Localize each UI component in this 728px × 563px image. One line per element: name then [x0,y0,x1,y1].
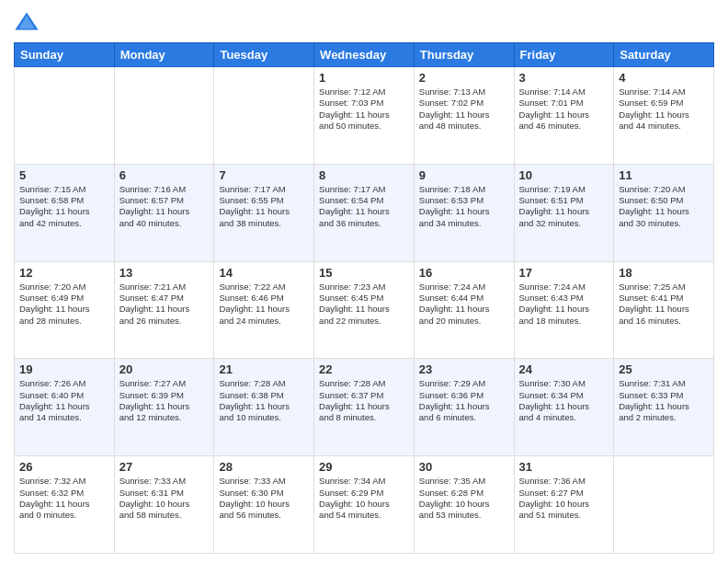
logo-icon [14,9,40,35]
table-row: 17Sunrise: 7:24 AM Sunset: 6:43 PM Dayli… [514,261,614,359]
day-number: 14 [219,266,309,280]
day-info: Sunrise: 7:18 AM Sunset: 6:53 PM Dayligh… [419,184,509,229]
day-info: Sunrise: 7:24 AM Sunset: 6:43 PM Dayligh… [519,282,609,327]
day-number: 12 [19,266,109,280]
day-number: 19 [19,362,109,376]
day-info: Sunrise: 7:12 AM Sunset: 7:03 PM Dayligh… [319,86,409,132]
table-row: 15Sunrise: 7:23 AM Sunset: 6:45 PM Dayli… [314,261,415,359]
calendar-week-row: 12Sunrise: 7:20 AM Sunset: 6:49 PM Dayli… [15,261,714,359]
table-row: 27Sunrise: 7:33 AM Sunset: 6:31 PM Dayli… [114,456,214,554]
table-row: 18Sunrise: 7:25 AM Sunset: 6:41 PM Dayli… [614,261,714,359]
day-number: 18 [619,266,709,280]
day-info: Sunrise: 7:25 AM Sunset: 6:41 PM Dayligh… [619,282,709,327]
day-info: Sunrise: 7:14 AM Sunset: 6:59 PM Dayligh… [619,86,709,132]
table-row: 16Sunrise: 7:24 AM Sunset: 6:44 PM Dayli… [414,261,514,359]
table-row: 9Sunrise: 7:18 AM Sunset: 6:53 PM Daylig… [414,164,514,261]
day-info: Sunrise: 7:31 AM Sunset: 6:33 PM Dayligh… [619,378,709,423]
table-row: 2Sunrise: 7:13 AM Sunset: 7:02 PM Daylig… [414,67,514,165]
day-info: Sunrise: 7:24 AM Sunset: 6:44 PM Dayligh… [419,282,509,327]
table-row [614,456,714,554]
day-number: 31 [519,460,609,474]
calendar-table: Sunday Monday Tuesday Wednesday Thursday… [14,42,714,554]
day-number: 7 [219,168,309,182]
table-row: 21Sunrise: 7:28 AM Sunset: 6:38 PM Dayli… [214,359,314,456]
table-row: 13Sunrise: 7:21 AM Sunset: 6:47 PM Dayli… [114,261,214,359]
day-number: 24 [519,362,609,376]
table-row [15,67,115,165]
day-info: Sunrise: 7:14 AM Sunset: 7:01 PM Dayligh… [519,86,609,132]
table-row: 8Sunrise: 7:17 AM Sunset: 6:54 PM Daylig… [314,164,415,261]
table-row: 31Sunrise: 7:36 AM Sunset: 6:27 PM Dayli… [514,456,614,554]
day-info: Sunrise: 7:27 AM Sunset: 6:39 PM Dayligh… [119,378,210,423]
col-sunday: Sunday [15,43,115,67]
day-number: 2 [419,71,509,85]
table-row: 28Sunrise: 7:33 AM Sunset: 6:30 PM Dayli… [214,456,314,554]
day-info: Sunrise: 7:17 AM Sunset: 6:54 PM Dayligh… [319,184,409,229]
day-number: 30 [419,460,509,474]
table-row: 29Sunrise: 7:34 AM Sunset: 6:29 PM Dayli… [314,456,415,554]
day-info: Sunrise: 7:13 AM Sunset: 7:02 PM Dayligh… [419,86,509,132]
day-info: Sunrise: 7:33 AM Sunset: 6:31 PM Dayligh… [119,476,210,521]
day-number: 25 [619,362,709,376]
table-row: 19Sunrise: 7:26 AM Sunset: 6:40 PM Dayli… [15,359,115,456]
header [14,9,714,35]
day-info: Sunrise: 7:20 AM Sunset: 6:49 PM Dayligh… [19,282,109,327]
day-info: Sunrise: 7:22 AM Sunset: 6:46 PM Dayligh… [219,282,309,327]
calendar-week-row: 19Sunrise: 7:26 AM Sunset: 6:40 PM Dayli… [15,359,714,456]
day-number: 5 [19,168,109,182]
table-row: 1Sunrise: 7:12 AM Sunset: 7:03 PM Daylig… [314,67,415,165]
day-info: Sunrise: 7:23 AM Sunset: 6:45 PM Dayligh… [319,282,409,327]
day-info: Sunrise: 7:28 AM Sunset: 6:38 PM Dayligh… [219,378,309,423]
col-tuesday: Tuesday [214,43,314,67]
table-row: 24Sunrise: 7:30 AM Sunset: 6:34 PM Dayli… [514,359,614,456]
day-number: 17 [519,266,609,280]
table-row: 10Sunrise: 7:19 AM Sunset: 6:51 PM Dayli… [514,164,614,261]
table-row: 7Sunrise: 7:17 AM Sunset: 6:55 PM Daylig… [214,164,314,261]
day-number: 22 [319,362,409,376]
day-number: 8 [319,168,409,182]
day-number: 4 [619,71,709,85]
day-info: Sunrise: 7:29 AM Sunset: 6:36 PM Dayligh… [419,378,509,423]
col-friday: Friday [514,43,614,67]
logo [14,9,41,35]
table-row: 11Sunrise: 7:20 AM Sunset: 6:50 PM Dayli… [614,164,714,261]
day-info: Sunrise: 7:36 AM Sunset: 6:27 PM Dayligh… [519,476,609,521]
table-row: 4Sunrise: 7:14 AM Sunset: 6:59 PM Daylig… [614,67,714,165]
day-number: 20 [119,362,210,376]
table-row: 23Sunrise: 7:29 AM Sunset: 6:36 PM Dayli… [414,359,514,456]
table-row: 22Sunrise: 7:28 AM Sunset: 6:37 PM Dayli… [314,359,415,456]
day-info: Sunrise: 7:17 AM Sunset: 6:55 PM Dayligh… [219,184,309,229]
table-row: 26Sunrise: 7:32 AM Sunset: 6:32 PM Dayli… [15,456,115,554]
day-info: Sunrise: 7:15 AM Sunset: 6:58 PM Dayligh… [19,184,109,229]
calendar-header-row: Sunday Monday Tuesday Wednesday Thursday… [15,43,714,67]
day-number: 10 [519,168,609,182]
table-row: 25Sunrise: 7:31 AM Sunset: 6:33 PM Dayli… [614,359,714,456]
col-monday: Monday [114,43,214,67]
table-row: 3Sunrise: 7:14 AM Sunset: 7:01 PM Daylig… [514,67,614,165]
day-number: 3 [519,71,609,85]
day-number: 26 [19,460,109,474]
day-info: Sunrise: 7:34 AM Sunset: 6:29 PM Dayligh… [319,476,409,521]
day-number: 27 [119,460,210,474]
col-wednesday: Wednesday [314,43,415,67]
table-row: 6Sunrise: 7:16 AM Sunset: 6:57 PM Daylig… [114,164,214,261]
day-number: 15 [319,266,409,280]
day-number: 13 [119,266,210,280]
table-row [114,67,214,165]
day-info: Sunrise: 7:33 AM Sunset: 6:30 PM Dayligh… [219,476,309,521]
day-number: 16 [419,266,509,280]
calendar-week-row: 5Sunrise: 7:15 AM Sunset: 6:58 PM Daylig… [15,164,714,261]
calendar-week-row: 1Sunrise: 7:12 AM Sunset: 7:03 PM Daylig… [15,67,714,165]
day-number: 9 [419,168,509,182]
day-info: Sunrise: 7:35 AM Sunset: 6:28 PM Dayligh… [419,476,509,521]
calendar-week-row: 26Sunrise: 7:32 AM Sunset: 6:32 PM Dayli… [15,456,714,554]
day-number: 1 [319,71,409,85]
col-saturday: Saturday [614,43,714,67]
day-number: 6 [119,168,210,182]
table-row: 14Sunrise: 7:22 AM Sunset: 6:46 PM Dayli… [214,261,314,359]
page: Sunday Monday Tuesday Wednesday Thursday… [0,0,728,563]
table-row: 30Sunrise: 7:35 AM Sunset: 6:28 PM Dayli… [414,456,514,554]
day-info: Sunrise: 7:19 AM Sunset: 6:51 PM Dayligh… [519,184,609,229]
col-thursday: Thursday [414,43,514,67]
day-info: Sunrise: 7:26 AM Sunset: 6:40 PM Dayligh… [19,378,109,423]
